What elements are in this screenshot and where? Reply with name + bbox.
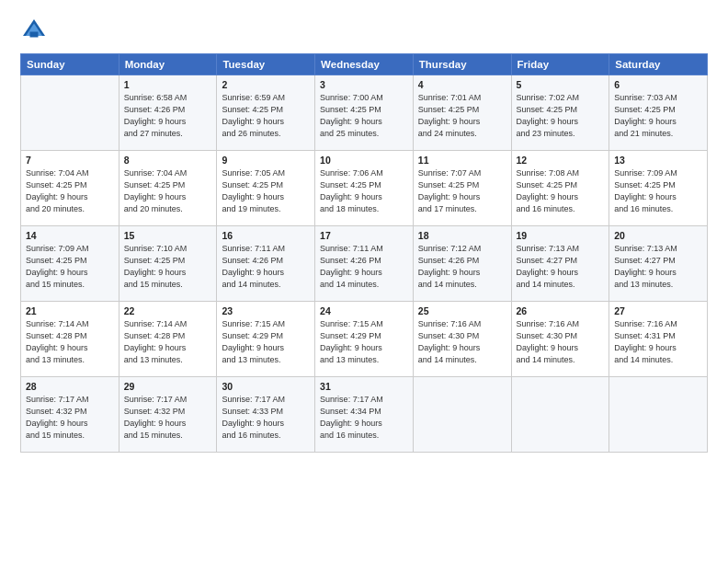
day-number: 22 <box>124 305 212 316</box>
day-number: 6 <box>614 79 702 90</box>
day-number: 3 <box>320 79 408 90</box>
day-number: 21 <box>26 305 114 316</box>
day-info: Sunrise: 7:17 AM Sunset: 4:32 PM Dayligh… <box>124 394 212 442</box>
day-info: Sunrise: 7:04 AM Sunset: 4:25 PM Dayligh… <box>124 167 212 215</box>
day-info: Sunrise: 7:08 AM Sunset: 4:25 PM Dayligh… <box>517 167 605 215</box>
day-info: Sunrise: 7:02 AM Sunset: 4:25 PM Dayligh… <box>517 92 605 140</box>
calendar-table: SundayMondayTuesdayWednesdayThursdayFrid… <box>20 53 708 453</box>
day-info: Sunrise: 7:11 AM Sunset: 4:26 PM Dayligh… <box>320 243 408 291</box>
day-number: 12 <box>517 155 605 166</box>
day-info: Sunrise: 7:12 AM Sunset: 4:26 PM Dayligh… <box>418 243 506 291</box>
day-info: Sunrise: 7:16 AM Sunset: 4:30 PM Dayligh… <box>418 318 506 366</box>
day-cell: 19Sunrise: 7:13 AM Sunset: 4:27 PM Dayli… <box>511 226 609 302</box>
day-cell: 25Sunrise: 7:16 AM Sunset: 4:30 PM Dayli… <box>413 302 511 377</box>
day-info: Sunrise: 7:10 AM Sunset: 4:25 PM Dayligh… <box>124 243 212 291</box>
day-info: Sunrise: 7:03 AM Sunset: 4:25 PM Dayligh… <box>614 92 702 140</box>
col-header-thursday: Thursday <box>413 54 511 75</box>
day-info: Sunrise: 7:05 AM Sunset: 4:25 PM Dayligh… <box>222 167 310 215</box>
day-cell: 1Sunrise: 6:58 AM Sunset: 4:26 PM Daylig… <box>119 75 217 151</box>
day-info: Sunrise: 7:17 AM Sunset: 4:34 PM Dayligh… <box>320 394 408 442</box>
day-cell <box>413 377 511 453</box>
day-number: 11 <box>418 155 506 166</box>
col-header-wednesday: Wednesday <box>315 54 414 75</box>
day-number: 26 <box>517 305 605 316</box>
svg-rect-2 <box>30 32 39 38</box>
day-number: 5 <box>517 79 605 90</box>
day-info: Sunrise: 7:11 AM Sunset: 4:26 PM Dayligh… <box>222 243 310 291</box>
day-cell: 23Sunrise: 7:15 AM Sunset: 4:29 PM Dayli… <box>217 302 315 377</box>
day-number: 19 <box>517 230 605 241</box>
col-header-monday: Monday <box>119 54 217 75</box>
day-info: Sunrise: 6:59 AM Sunset: 4:25 PM Dayligh… <box>222 92 310 140</box>
day-cell: 30Sunrise: 7:17 AM Sunset: 4:33 PM Dayli… <box>217 377 315 453</box>
day-cell: 24Sunrise: 7:15 AM Sunset: 4:29 PM Dayli… <box>315 302 414 377</box>
day-info: Sunrise: 7:06 AM Sunset: 4:25 PM Dayligh… <box>320 167 408 215</box>
day-number: 25 <box>418 305 506 316</box>
day-cell <box>21 75 119 151</box>
day-number: 15 <box>124 230 212 241</box>
day-number: 27 <box>614 305 702 316</box>
day-number: 10 <box>320 155 408 166</box>
day-number: 2 <box>222 79 310 90</box>
day-number: 1 <box>124 79 212 90</box>
day-info: Sunrise: 7:13 AM Sunset: 4:27 PM Dayligh… <box>517 243 605 291</box>
logo-icon <box>20 17 48 44</box>
day-info: Sunrise: 7:04 AM Sunset: 4:25 PM Dayligh… <box>26 167 114 215</box>
day-info: Sunrise: 7:01 AM Sunset: 4:25 PM Dayligh… <box>418 92 506 140</box>
day-info: Sunrise: 7:14 AM Sunset: 4:28 PM Dayligh… <box>26 318 114 366</box>
day-number: 20 <box>614 230 702 241</box>
col-header-friday: Friday <box>511 54 609 75</box>
day-cell: 20Sunrise: 7:13 AM Sunset: 4:27 PM Dayli… <box>609 226 708 302</box>
col-header-saturday: Saturday <box>609 54 708 75</box>
day-cell: 12Sunrise: 7:08 AM Sunset: 4:25 PM Dayli… <box>511 151 609 226</box>
day-cell: 29Sunrise: 7:17 AM Sunset: 4:32 PM Dayli… <box>119 377 217 453</box>
day-info: Sunrise: 7:16 AM Sunset: 4:30 PM Dayligh… <box>517 318 605 366</box>
logo <box>20 17 51 44</box>
col-header-sunday: Sunday <box>21 54 119 75</box>
day-cell: 9Sunrise: 7:05 AM Sunset: 4:25 PM Daylig… <box>217 151 315 226</box>
day-number: 24 <box>320 305 408 316</box>
day-info: Sunrise: 7:07 AM Sunset: 4:25 PM Dayligh… <box>418 167 506 215</box>
day-cell: 7Sunrise: 7:04 AM Sunset: 4:25 PM Daylig… <box>21 151 119 226</box>
day-number: 17 <box>320 230 408 241</box>
day-info: Sunrise: 6:58 AM Sunset: 4:26 PM Dayligh… <box>124 92 212 140</box>
week-row-0: 1Sunrise: 6:58 AM Sunset: 4:26 PM Daylig… <box>21 75 708 151</box>
col-header-tuesday: Tuesday <box>217 54 315 75</box>
day-number: 14 <box>26 230 114 241</box>
day-cell: 2Sunrise: 6:59 AM Sunset: 4:25 PM Daylig… <box>217 75 315 151</box>
day-number: 9 <box>222 155 310 166</box>
day-cell: 8Sunrise: 7:04 AM Sunset: 4:25 PM Daylig… <box>119 151 217 226</box>
day-cell: 11Sunrise: 7:07 AM Sunset: 4:25 PM Dayli… <box>413 151 511 226</box>
day-cell: 21Sunrise: 7:14 AM Sunset: 4:28 PM Dayli… <box>21 302 119 377</box>
day-number: 28 <box>26 381 114 392</box>
day-number: 31 <box>320 381 408 392</box>
day-number: 4 <box>418 79 506 90</box>
day-info: Sunrise: 7:09 AM Sunset: 4:25 PM Dayligh… <box>26 243 114 291</box>
day-info: Sunrise: 7:15 AM Sunset: 4:29 PM Dayligh… <box>222 318 310 366</box>
day-cell: 28Sunrise: 7:17 AM Sunset: 4:32 PM Dayli… <box>21 377 119 453</box>
day-cell: 3Sunrise: 7:00 AM Sunset: 4:25 PM Daylig… <box>315 75 414 151</box>
day-info: Sunrise: 7:09 AM Sunset: 4:25 PM Dayligh… <box>614 167 702 215</box>
day-cell: 15Sunrise: 7:10 AM Sunset: 4:25 PM Dayli… <box>119 226 217 302</box>
day-cell: 6Sunrise: 7:03 AM Sunset: 4:25 PM Daylig… <box>609 75 708 151</box>
day-number: 30 <box>222 381 310 392</box>
day-number: 7 <box>26 155 114 166</box>
week-row-2: 14Sunrise: 7:09 AM Sunset: 4:25 PM Dayli… <box>21 226 708 302</box>
day-number: 23 <box>222 305 310 316</box>
day-info: Sunrise: 7:16 AM Sunset: 4:31 PM Dayligh… <box>614 318 702 366</box>
week-row-3: 21Sunrise: 7:14 AM Sunset: 4:28 PM Dayli… <box>21 302 708 377</box>
day-cell: 17Sunrise: 7:11 AM Sunset: 4:26 PM Dayli… <box>315 226 414 302</box>
day-info: Sunrise: 7:17 AM Sunset: 4:33 PM Dayligh… <box>222 394 310 442</box>
day-info: Sunrise: 7:00 AM Sunset: 4:25 PM Dayligh… <box>320 92 408 140</box>
day-number: 13 <box>614 155 702 166</box>
day-info: Sunrise: 7:15 AM Sunset: 4:29 PM Dayligh… <box>320 318 408 366</box>
header <box>20 17 708 44</box>
header-row: SundayMondayTuesdayWednesdayThursdayFrid… <box>21 54 708 75</box>
day-cell: 13Sunrise: 7:09 AM Sunset: 4:25 PM Dayli… <box>609 151 708 226</box>
page: SundayMondayTuesdayWednesdayThursdayFrid… <box>0 0 728 563</box>
day-cell: 4Sunrise: 7:01 AM Sunset: 4:25 PM Daylig… <box>413 75 511 151</box>
week-row-1: 7Sunrise: 7:04 AM Sunset: 4:25 PM Daylig… <box>21 151 708 226</box>
day-number: 18 <box>418 230 506 241</box>
day-cell: 27Sunrise: 7:16 AM Sunset: 4:31 PM Dayli… <box>609 302 708 377</box>
day-number: 16 <box>222 230 310 241</box>
